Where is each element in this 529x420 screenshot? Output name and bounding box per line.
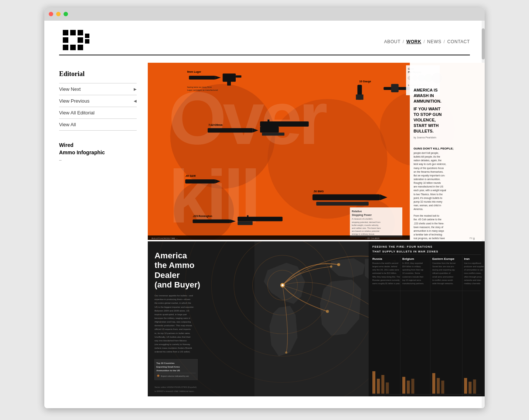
orange-infographic-container[interactable]: Over kill [148,63,485,240]
nav-work[interactable]: WORK [406,39,421,44]
svg-text:FEEDING THE FIRE: FOUR NATIONS: FEEDING THE FIRE: FOUR NATIONS [372,245,433,248]
dark-infographic-container[interactable]: America the Ammo Dealer (and Buyer) Our … [148,241,485,396]
page-content: ABOUT / WORK / NEWS / CONTACT Editorial … [44,21,485,408]
nav-about[interactable]: ABOUT [384,39,400,44]
svg-rect-3 [63,37,68,43]
maximize-button[interactable] [64,12,68,16]
svg-rect-6 [70,45,76,50]
svg-text:GUNS DON'T KILL PEOPLE;: GUNS DON'T KILL PEOPLE; [413,147,453,150]
svg-text:f t g: f t g [470,237,475,240]
svg-text:.40 S&W: .40 S&W [185,175,196,178]
sidebar-item-view-previous[interactable]: View Previous ◀ [59,95,137,107]
svg-rect-196 [386,382,389,393]
project-images: Over kill [148,63,485,396]
svg-text:energy in ordinary tissue.: energy in ordinary tissue. [352,233,375,235]
svg-text:→ BY CALIBER: → BY CALIBER [365,237,380,240]
svg-text:9mm Luger: 9mm Luger [187,70,201,73]
svg-rect-199 [411,379,414,394]
svg-rect-34 [260,121,309,127]
svg-text:Unofficially, US bullets also : Unofficially, US bullets also find their [154,335,191,338]
svg-text:man, woman, and child in: man, woman, and child in [413,204,441,207]
svg-text:IF YOU WANT: IF YOU WANT [413,107,440,111]
svg-text:nation debates, again, the: nation debates, again, the [413,159,441,162]
svg-text:ious conflict zones,: ious conflict zones, [464,272,481,274]
svg-text:AWASH IN: AWASH IN [413,93,434,98]
svg-rect-9 [85,39,89,44]
svg-text:Roughly 10 billion rounds: Roughly 10 billion rounds [413,182,441,185]
svg-point-148 [337,263,340,266]
sidebar-project-info: WiredAmmo Infographic – [59,142,137,163]
svg-text:Between 2005 and 2009 alone, U: Between 2005 and 2009 alone, US [154,309,189,312]
svg-rect-21 [227,81,231,85]
svg-text:Relative: Relative [352,210,362,213]
svg-text:manufacturing partners.: manufacturing partners. [402,282,424,285]
svg-text:best way to curb gun violence,: best way to curb gun violence, [413,163,446,166]
svg-text:are manufactured in the US: are manufactured in the US [413,185,443,188]
svg-text:top 10 regional arms: top 10 regional arms [402,279,421,281]
svg-text:largest arms dealer, behind: largest arms dealer, behind [372,265,397,268]
site-header: ABOUT / WORK / NEWS / CONTACT [44,21,485,50]
svg-rect-49 [238,221,253,225]
svg-rect-197 [402,377,405,394]
svg-text:small arms ammunition: small arms ammunition [432,276,453,278]
svg-text:mediary channels.: mediary channels. [464,282,481,285]
svg-text:IRAQ: IRAQ [402,396,407,396]
svg-rect-18 [189,76,215,79]
sidebar-item-label: View Previous [59,98,89,104]
svg-rect-28 [356,94,363,100]
svg-text:Ammunition to the US: Ammunition to the US [156,369,180,372]
svg-text:stopping potential, derived fr: stopping potential, derived from [352,221,380,223]
svg-text:Russia is the world's second: Russia is the world's second [372,262,398,264]
svg-text:by Joanna Pearlstein: by Joanna Pearlstein [413,136,436,139]
svg-text:BULLETS.: BULLETS. [413,129,433,133]
svg-text:Afghanistan and Iraq, was outp: Afghanistan and Iraq, was outpacing [154,320,191,323]
site-logo[interactable] [59,28,96,50]
svg-text:Export volume indicated by arc: Export volume indicated by arc [161,375,189,377]
svg-rect-20 [223,73,236,82]
site-navigation: ABOUT / WORK / NEWS / CONTACT [384,28,470,44]
svg-point-149 [330,265,332,268]
svg-text:way into bloodshed from Mexico: way into bloodshed from Mexico [154,339,187,342]
svg-text:earns roughly $1 billion a yea: earns roughly $1 billion a year. [372,282,400,285]
svg-rect-7 [78,45,83,50]
svg-text:only the US. 2011 sales were: only the US. 2011 sales were [372,269,399,271]
svg-text:10 Gauge: 10 Gauge [359,80,371,83]
svg-text:expertise in producing them—dr: expertise in producing them—drives [154,298,190,300]
svg-rect-201 [437,378,440,394]
svg-point-151 [285,351,287,354]
svg-text:AFGHANISTAN: AFGHANISTAN [372,396,386,396]
nav-sep-1: / [403,39,404,44]
project-dash: – [59,158,137,163]
svg-text:to, its top 10 partners in bul: to, its top 10 partners in bullet sales. [154,332,191,334]
svg-rect-35 [260,127,279,132]
svg-text:America.: America. [413,208,423,210]
chevron-left-icon: ◀ [134,99,137,103]
svg-text:Exporting Small Arms: Exporting Small Arms [156,365,180,368]
svg-text:(where mass murderer Anders Br: (where mass murderer Anders Breivik [154,347,192,349]
close-button[interactable] [49,12,53,16]
svg-text:to conflict zones world-: to conflict zones world- [432,279,453,281]
svg-rect-22 [236,75,241,78]
svg-point-152 [326,310,329,313]
nav-contact[interactable]: CONTACT [447,39,470,44]
sidebar-item-view-all-editorial[interactable]: View All Editorial [59,107,137,119]
svg-text:Belgium: Belgium [402,257,414,261]
sidebar-item-view-next[interactable]: View Next ▶ [59,83,137,95]
svg-text:town massacre, the story of: town massacre, the story of [413,226,443,229]
minimize-button[interactable] [56,12,61,16]
scrollbar-thumb[interactable] [482,28,485,59]
sidebar-item-view-all[interactable]: View All [59,119,137,131]
svg-text:Eastern Europe: Eastern Europe [432,257,454,261]
svg-text:AMMUNITION.: AMMUNITION. [413,99,441,103]
svg-text:and caliber size. The lower ba: and caliber size. The lower bars [352,227,381,229]
svg-rect-5 [63,45,68,50]
svg-rect-0 [63,30,68,35]
nav-sep-3: / [444,39,445,44]
svg-rect-44 [316,202,369,206]
sidebar-nav: View Next ▶ View Previous ◀ View All Edi… [59,83,137,131]
nav-sep-2: / [423,39,425,44]
sidebar-item-label: View All Editorial [59,110,95,116]
nav-news[interactable]: NEWS [427,39,441,44]
svg-text:a familiar tale of technolog-: a familiar tale of technolog- [413,233,443,236]
svg-text:on the firearms themselves.: on the firearms themselves. [413,171,443,173]
